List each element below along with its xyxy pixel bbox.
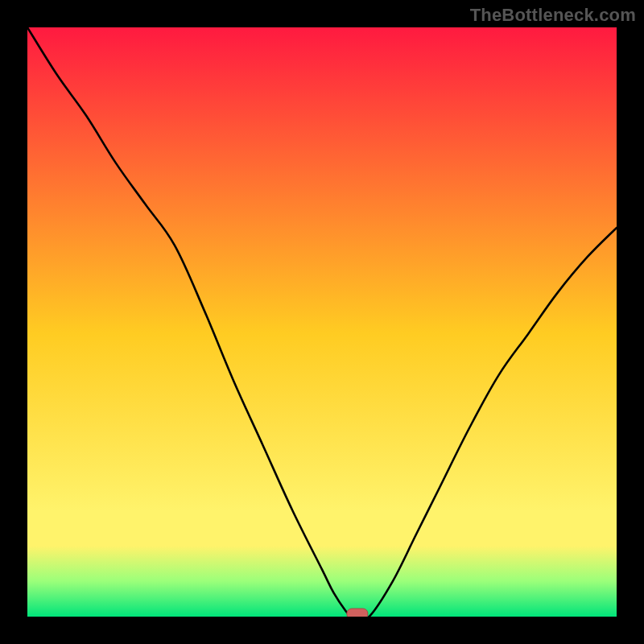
chart-frame: TheBottleneck.com [0,0,644,644]
optimal-point-marker [347,609,368,617]
watermark-text: TheBottleneck.com [470,5,636,26]
gradient-background [27,27,617,617]
bottleneck-chart [27,27,617,617]
plot-area [27,27,617,617]
